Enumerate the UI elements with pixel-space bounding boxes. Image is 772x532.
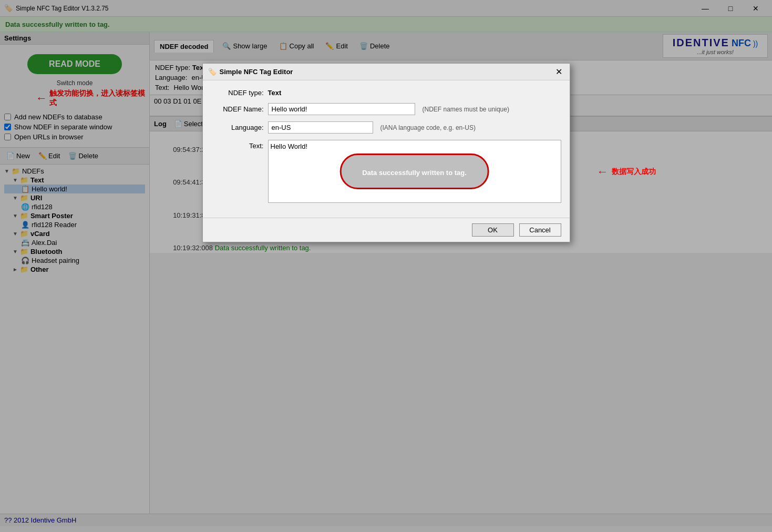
modal-overlay: 🏷️ Simple NFC Tag Editor ✕ NDEF type: Te… xyxy=(0,0,772,532)
success-annotation-cn: 数据写入成功 xyxy=(612,167,656,177)
modal-ndef-type-label: NDEF type: xyxy=(211,89,264,97)
modal-dialog: 🏷️ Simple NFC Tag Editor ✕ NDEF type: Te… xyxy=(202,63,570,242)
modal-ndef-type-value: Text xyxy=(268,89,282,97)
success-overlay-text: Data successfully written to tag. xyxy=(362,169,467,177)
modal-name-input[interactable] xyxy=(268,103,415,115)
modal-ndef-type-row: NDEF type: Text xyxy=(211,89,561,97)
success-annotation: ← 数据写入成功 xyxy=(597,165,656,179)
modal-title: Simple NFC Tag Editor xyxy=(220,68,293,76)
ok-button[interactable]: OK xyxy=(472,223,514,237)
modal-lang-input[interactable] xyxy=(268,121,373,134)
modal-text-area[interactable]: Hello World! Data successfully written t… xyxy=(268,140,561,203)
modal-lang-hint: (IANA language code, e.g. en-US) xyxy=(380,124,476,131)
modal-titlebar: 🏷️ Simple NFC Tag Editor ✕ xyxy=(203,64,570,80)
cancel-button[interactable]: Cancel xyxy=(519,223,561,237)
success-arrow-icon: ← xyxy=(597,165,609,179)
modal-body: NDEF type: Text NDEF Name: (NDEF names m… xyxy=(203,80,570,218)
modal-lang-label: Language: xyxy=(211,124,264,131)
modal-footer: OK Cancel xyxy=(203,218,570,242)
modal-text-wrapper: Hello World! Data successfully written t… xyxy=(268,140,561,203)
modal-text-row: Text: Hello World! Data successfully wri… xyxy=(211,140,561,203)
modal-name-row: NDEF Name: (NDEF names must be unique) xyxy=(211,103,561,115)
modal-text-content: Hello World! xyxy=(271,142,308,150)
modal-app-icon: 🏷️ xyxy=(208,68,217,76)
modal-close-button[interactable]: ✕ xyxy=(553,67,564,77)
modal-name-hint: (NDEF names must be unique) xyxy=(423,106,509,113)
modal-text-label: Text: xyxy=(211,140,264,150)
success-overlay: Data successfully written to tag. xyxy=(339,154,489,189)
modal-name-label: NDEF Name: xyxy=(211,105,264,113)
modal-lang-row: Language: (IANA language code, e.g. en-U… xyxy=(211,121,561,134)
